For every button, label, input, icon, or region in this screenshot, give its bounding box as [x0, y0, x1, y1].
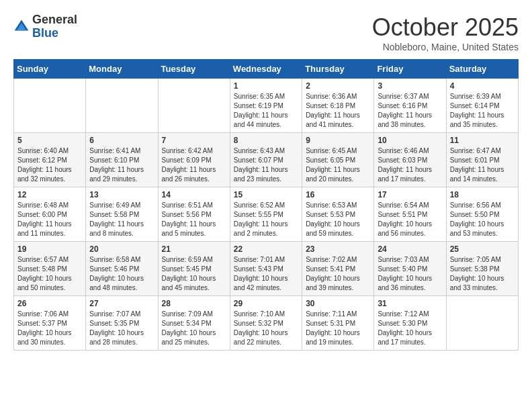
weekday-header-saturday: Saturday	[446, 60, 518, 79]
calendar-cell: 9Sunrise: 6:45 AM Sunset: 6:05 PM Daylig…	[302, 133, 374, 187]
calendar-cell: 14Sunrise: 6:51 AM Sunset: 5:56 PM Dayli…	[158, 187, 230, 242]
day-number: 16	[306, 190, 370, 199]
day-info: Sunrise: 6:53 AM Sunset: 5:53 PM Dayligh…	[306, 201, 370, 238]
day-number: 27	[89, 299, 154, 308]
day-number: 30	[306, 299, 370, 308]
day-number: 10	[378, 136, 442, 145]
day-info: Sunrise: 7:03 AM Sunset: 5:40 PM Dayligh…	[378, 255, 442, 293]
day-number: 24	[378, 244, 442, 254]
week-row-3: 12Sunrise: 6:48 AM Sunset: 6:00 PM Dayli…	[14, 187, 519, 242]
day-number: 26	[17, 299, 82, 308]
calendar-cell: 8Sunrise: 6:43 AM Sunset: 6:07 PM Daylig…	[230, 133, 302, 187]
day-info: Sunrise: 6:45 AM Sunset: 6:05 PM Dayligh…	[306, 146, 370, 184]
day-number: 9	[306, 136, 370, 145]
day-info: Sunrise: 6:37 AM Sunset: 6:16 PM Dayligh…	[378, 92, 442, 130]
day-info: Sunrise: 6:46 AM Sunset: 6:03 PM Dayligh…	[378, 146, 442, 184]
day-info: Sunrise: 6:52 AM Sunset: 5:55 PM Dayligh…	[234, 201, 298, 238]
day-number: 22	[234, 244, 298, 254]
calendar-cell: 11Sunrise: 6:47 AM Sunset: 6:01 PM Dayli…	[446, 133, 518, 187]
day-info: Sunrise: 7:09 AM Sunset: 5:34 PM Dayligh…	[162, 310, 226, 347]
calendar-cell	[86, 79, 158, 133]
calendar-cell: 15Sunrise: 6:52 AM Sunset: 5:55 PM Dayli…	[230, 187, 302, 242]
day-number: 1	[234, 81, 298, 91]
day-info: Sunrise: 6:59 AM Sunset: 5:45 PM Dayligh…	[162, 255, 226, 293]
day-info: Sunrise: 6:35 AM Sunset: 6:19 PM Dayligh…	[234, 92, 298, 130]
calendar-cell: 19Sunrise: 6:57 AM Sunset: 5:48 PM Dayli…	[14, 242, 86, 296]
day-number: 5	[17, 136, 82, 145]
logo: General Blue	[13, 13, 77, 40]
day-info: Sunrise: 6:56 AM Sunset: 5:50 PM Dayligh…	[450, 201, 515, 238]
day-number: 3	[378, 81, 442, 91]
calendar-cell: 22Sunrise: 7:01 AM Sunset: 5:43 PM Dayli…	[230, 242, 302, 296]
day-info: Sunrise: 6:41 AM Sunset: 6:10 PM Dayligh…	[89, 146, 154, 184]
day-number: 17	[378, 190, 442, 199]
calendar-cell: 17Sunrise: 6:54 AM Sunset: 5:51 PM Dayli…	[374, 187, 446, 242]
weekday-header-friday: Friday	[374, 60, 446, 79]
day-number: 8	[234, 136, 298, 145]
day-info: Sunrise: 6:58 AM Sunset: 5:46 PM Dayligh…	[89, 255, 154, 293]
weekday-header-monday: Monday	[86, 60, 158, 79]
day-info: Sunrise: 7:01 AM Sunset: 5:43 PM Dayligh…	[234, 255, 298, 293]
calendar-cell: 3Sunrise: 6:37 AM Sunset: 6:16 PM Daylig…	[374, 79, 446, 133]
day-info: Sunrise: 6:54 AM Sunset: 5:51 PM Dayligh…	[378, 201, 442, 238]
weekday-header-sunday: Sunday	[14, 60, 86, 79]
day-number: 29	[234, 299, 298, 308]
day-info: Sunrise: 6:42 AM Sunset: 6:09 PM Dayligh…	[162, 146, 226, 184]
day-number: 25	[450, 244, 515, 254]
day-number: 19	[17, 244, 82, 254]
day-number: 6	[89, 136, 154, 145]
calendar-cell: 30Sunrise: 7:11 AM Sunset: 5:31 PM Dayli…	[302, 296, 374, 351]
calendar-cell: 5Sunrise: 6:40 AM Sunset: 6:12 PM Daylig…	[14, 133, 86, 187]
calendar-cell: 1Sunrise: 6:35 AM Sunset: 6:19 PM Daylig…	[230, 79, 302, 133]
month-title: October 2025	[372, 13, 519, 42]
day-info: Sunrise: 6:36 AM Sunset: 6:18 PM Dayligh…	[306, 92, 370, 130]
title-block: October 2025 Nobleboro, Maine, United St…	[372, 13, 519, 52]
logo-blue-text: Blue	[32, 26, 58, 40]
weekday-header-thursday: Thursday	[302, 60, 374, 79]
weekday-header-wednesday: Wednesday	[230, 60, 302, 79]
day-number: 2	[306, 81, 370, 91]
day-info: Sunrise: 6:47 AM Sunset: 6:01 PM Dayligh…	[450, 146, 515, 184]
day-info: Sunrise: 6:39 AM Sunset: 6:14 PM Dayligh…	[450, 92, 515, 130]
page-header: General Blue October 2025 Nobleboro, Mai…	[13, 13, 519, 52]
day-info: Sunrise: 6:49 AM Sunset: 5:58 PM Dayligh…	[89, 201, 154, 238]
day-info: Sunrise: 6:43 AM Sunset: 6:07 PM Dayligh…	[234, 146, 298, 184]
day-info: Sunrise: 7:11 AM Sunset: 5:31 PM Dayligh…	[306, 310, 370, 347]
day-number: 20	[89, 244, 154, 254]
day-number: 18	[450, 190, 515, 199]
day-number: 12	[17, 190, 82, 199]
calendar-cell	[14, 79, 86, 133]
day-number: 31	[378, 299, 442, 308]
day-info: Sunrise: 6:40 AM Sunset: 6:12 PM Dayligh…	[17, 146, 82, 184]
day-number: 28	[162, 299, 226, 308]
calendar-cell: 4Sunrise: 6:39 AM Sunset: 6:14 PM Daylig…	[446, 79, 518, 133]
weekday-header-tuesday: Tuesday	[158, 60, 230, 79]
week-row-2: 5Sunrise: 6:40 AM Sunset: 6:12 PM Daylig…	[14, 133, 519, 187]
calendar-cell: 24Sunrise: 7:03 AM Sunset: 5:40 PM Dayli…	[374, 242, 446, 296]
day-number: 13	[89, 190, 154, 199]
calendar-cell	[446, 296, 518, 351]
day-number: 21	[162, 244, 226, 254]
calendar-cell: 28Sunrise: 7:09 AM Sunset: 5:34 PM Dayli…	[158, 296, 230, 351]
day-info: Sunrise: 7:06 AM Sunset: 5:37 PM Dayligh…	[17, 310, 82, 347]
week-row-5: 26Sunrise: 7:06 AM Sunset: 5:37 PM Dayli…	[14, 296, 519, 351]
week-row-1: 1Sunrise: 6:35 AM Sunset: 6:19 PM Daylig…	[14, 79, 519, 133]
day-number: 7	[162, 136, 226, 145]
calendar-cell: 12Sunrise: 6:48 AM Sunset: 6:00 PM Dayli…	[14, 187, 86, 242]
week-row-4: 19Sunrise: 6:57 AM Sunset: 5:48 PM Dayli…	[14, 242, 519, 296]
day-info: Sunrise: 6:57 AM Sunset: 5:48 PM Dayligh…	[17, 255, 82, 293]
day-info: Sunrise: 7:07 AM Sunset: 5:35 PM Dayligh…	[89, 310, 154, 347]
calendar-cell: 31Sunrise: 7:12 AM Sunset: 5:30 PM Dayli…	[374, 296, 446, 351]
logo-icon	[13, 19, 30, 35]
day-info: Sunrise: 6:48 AM Sunset: 6:00 PM Dayligh…	[17, 201, 82, 238]
logo-general-text: General	[32, 13, 77, 26]
calendar-cell: 13Sunrise: 6:49 AM Sunset: 5:58 PM Dayli…	[86, 187, 158, 242]
day-number: 15	[234, 190, 298, 199]
calendar-cell: 25Sunrise: 7:05 AM Sunset: 5:38 PM Dayli…	[446, 242, 518, 296]
calendar-cell: 10Sunrise: 6:46 AM Sunset: 6:03 PM Dayli…	[374, 133, 446, 187]
calendar-cell: 18Sunrise: 6:56 AM Sunset: 5:50 PM Dayli…	[446, 187, 518, 242]
day-info: Sunrise: 6:51 AM Sunset: 5:56 PM Dayligh…	[162, 201, 226, 238]
day-number: 11	[450, 136, 515, 145]
calendar-cell: 26Sunrise: 7:06 AM Sunset: 5:37 PM Dayli…	[14, 296, 86, 351]
calendar-cell: 29Sunrise: 7:10 AM Sunset: 5:32 PM Dayli…	[230, 296, 302, 351]
